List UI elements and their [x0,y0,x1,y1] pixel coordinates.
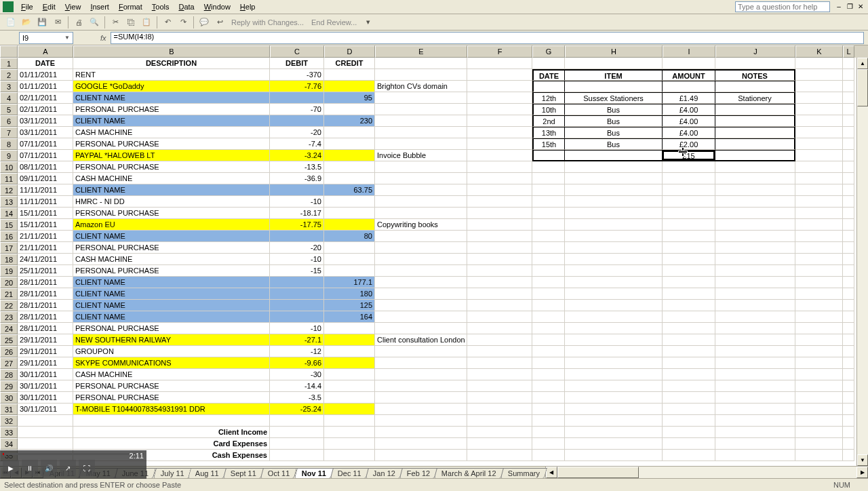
menu-edit[interactable]: Edit [38,1,60,12]
row-header[interactable]: 22 [0,300,18,311]
cell[interactable] [663,300,715,311]
scroll-up-button[interactable]: ▲ [857,58,868,69]
cell[interactable] [795,300,843,311]
cell[interactable] [532,311,565,323]
sheet-tab[interactable]: Summary [500,468,547,478]
cell[interactable] [715,161,795,173]
cell[interactable]: PERSONAL PURCHASE [73,392,270,404]
volume-button[interactable]: 🔊 [41,460,57,476]
cell[interactable] [663,265,715,277]
cell[interactable]: Bus [565,127,663,138]
cell[interactable] [565,184,663,196]
row-header[interactable]: 15 [0,219,18,231]
cell[interactable]: PERSONAL PURCHASE [73,161,270,173]
row-header[interactable]: 26 [0,346,18,357]
cell[interactable] [467,242,532,254]
cell[interactable]: PERSONAL PURCHASE [73,242,270,254]
cell[interactable]: CLIENT NAME [73,231,270,242]
cell[interactable] [270,311,324,323]
cell[interactable] [467,92,532,104]
cell[interactable]: 28/11/2011 [18,300,73,311]
cell[interactable] [843,69,854,81]
new-button[interactable]: 📄 [4,16,18,29]
cell[interactable] [663,81,715,92]
cell[interactable] [467,69,532,81]
cell[interactable] [715,58,795,69]
cell[interactable]: DEBIT [270,58,324,69]
cell[interactable] [715,150,795,161]
row-header[interactable]: 20 [0,277,18,288]
cell[interactable] [843,438,854,450]
cell[interactable] [715,427,795,438]
cell[interactable]: PAYPAL *HALOWEB LT [73,150,270,161]
cell[interactable] [715,277,795,288]
cell[interactable] [467,323,532,334]
cell[interactable] [532,427,565,438]
horizontal-scrollbar[interactable]: ◀ ▶ [545,467,868,478]
cell[interactable] [843,346,854,357]
cell[interactable]: T-MOBILE T10440078354931991 DDR [73,404,270,415]
cell[interactable] [715,415,795,427]
cell[interactable] [795,334,843,346]
cell[interactable]: Copywriting books [375,219,467,231]
cell[interactable] [715,196,795,208]
cell[interactable] [795,208,843,219]
sheet-tab[interactable]: Dec 11 [330,468,369,478]
cell[interactable] [843,92,854,104]
cell[interactable] [270,427,324,438]
cell[interactable] [843,58,854,69]
cell[interactable]: 11/11/2011 [18,196,73,208]
row-header[interactable]: 25 [0,334,18,346]
cell[interactable] [375,127,467,138]
cell[interactable] [843,427,854,438]
cell[interactable]: SKYPE COMMUNICATIONS [73,357,270,369]
cell[interactable] [375,392,467,404]
cell[interactable] [467,127,532,138]
cell[interactable] [715,369,795,380]
cell[interactable] [532,346,565,357]
row-header[interactable]: 34 [0,438,18,450]
cell[interactable] [532,323,565,334]
cell[interactable] [467,369,532,380]
cell[interactable] [532,404,565,415]
cell[interactable] [375,92,467,104]
cell[interactable] [467,161,532,173]
cell[interactable] [715,311,795,323]
cell[interactable] [375,208,467,219]
cell[interactable] [843,323,854,334]
cell[interactable] [565,369,663,380]
cell[interactable]: -3.5 [270,392,324,404]
chevron-down-icon[interactable]: ▼ [64,35,70,41]
cell[interactable] [532,438,565,450]
menu-data[interactable]: Data [174,1,199,12]
row-header[interactable]: 24 [0,323,18,334]
col-header-h[interactable]: H [565,45,663,58]
cut-button[interactable]: ✂ [108,16,122,29]
scroll-left-button[interactable]: ◀ [546,467,557,478]
cell[interactable]: 29/11/2011 [18,334,73,346]
cell[interactable]: 29/11/2011 [18,346,73,357]
cell[interactable] [795,254,843,265]
cell[interactable] [715,265,795,277]
cell[interactable] [795,219,843,231]
cell[interactable]: AMOUNT [663,69,715,81]
cell[interactable] [532,277,565,288]
col-header-c[interactable]: C [270,45,324,58]
cell[interactable] [375,58,467,69]
row-header[interactable]: 31 [0,404,18,415]
cell[interactable] [795,161,843,173]
cell[interactable]: £2.00 [663,138,715,150]
cell[interactable]: -36.9 [270,173,324,184]
cell[interactable] [565,196,663,208]
cell[interactable] [270,115,324,127]
cell[interactable]: CLIENT NAME [73,277,270,288]
cell[interactable] [467,357,532,369]
cell[interactable] [715,334,795,346]
cell[interactable] [532,254,565,265]
cell[interactable] [467,277,532,288]
cell[interactable] [565,231,663,242]
cell[interactable] [795,184,843,196]
cell[interactable] [715,438,795,450]
cell[interactable]: CREDIT [324,58,375,69]
cell[interactable] [375,231,467,242]
